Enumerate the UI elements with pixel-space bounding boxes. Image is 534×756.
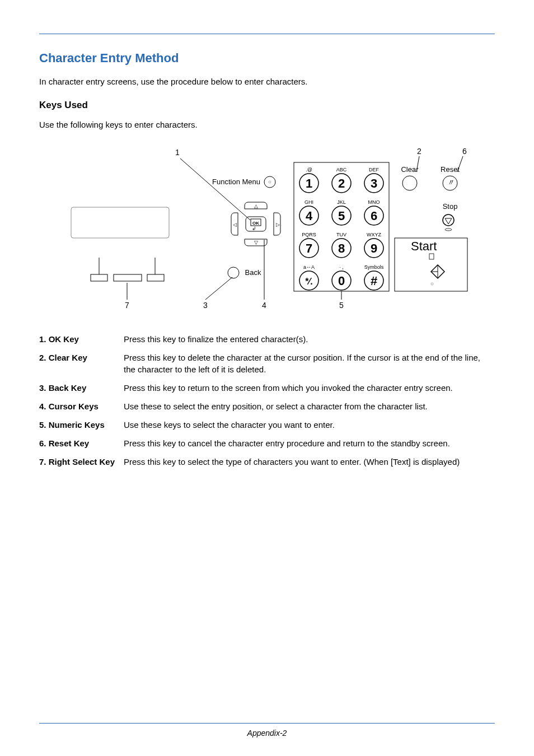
- svg-text:DEF: DEF: [369, 167, 380, 172]
- def-term: 6. Reset Key: [39, 434, 124, 452]
- right-controls: Clear 2 Reset 〃 6 Stop Start: [395, 147, 467, 291]
- def-term: 7. Right Select Key: [39, 452, 124, 471]
- svg-text:#: #: [371, 274, 377, 288]
- svg-rect-3: [114, 274, 142, 281]
- start-label: Start: [411, 239, 437, 253]
- svg-text:9: 9: [371, 241, 377, 255]
- svg-point-63: [445, 228, 452, 231]
- svg-rect-4: [147, 274, 164, 281]
- def-term: 2. Clear Key: [39, 348, 124, 379]
- def-term: 3. Back Key: [39, 379, 124, 397]
- section-title: Character Entry Method: [39, 51, 495, 66]
- svg-text:1: 1: [306, 176, 312, 190]
- svg-text:▷: ▷: [276, 222, 280, 227]
- def-desc: Press this key to delete the character a…: [124, 348, 495, 379]
- svg-rect-65: [429, 254, 434, 259]
- def-desc: Press this key to return to the screen f…: [124, 379, 495, 397]
- subsection-title: Keys Used: [39, 100, 495, 111]
- back-label: Back: [245, 268, 261, 277]
- def-term: 5. Numeric Keys: [39, 416, 124, 434]
- svg-text:TUV: TUV: [336, 232, 346, 237]
- def-desc: Press this key to cancel the character e…: [124, 434, 495, 452]
- svg-text:JKL: JKL: [337, 199, 346, 205]
- function-menu-label: Function Menu: [212, 178, 260, 186]
- svg-line-16: [180, 158, 250, 220]
- svg-point-57: [402, 176, 417, 190]
- callout-5: 5: [339, 301, 344, 310]
- callout-1: 1: [175, 148, 180, 157]
- svg-text:4: 4: [306, 209, 313, 223]
- svg-text:ABC: ABC: [336, 167, 347, 172]
- def-desc: Press this key to finalize the entered c…: [124, 330, 495, 348]
- svg-point-7: [269, 181, 271, 183]
- svg-line-61: [457, 156, 463, 172]
- svg-rect-2: [91, 274, 107, 281]
- key-definitions-table: 1. OK KeyPress this key to finalize the …: [39, 330, 495, 471]
- intro-text: In character entry screens, use the proc…: [39, 76, 495, 87]
- def-desc: Press this key to select the type of cha…: [124, 452, 495, 471]
- svg-text:◁: ◁: [233, 222, 237, 227]
- select-keys: 7: [91, 258, 164, 310]
- svg-text:*⁄.: *⁄.: [305, 277, 312, 286]
- clear-label: Clear: [401, 165, 419, 174]
- svg-text:PQRS: PQRS: [302, 232, 316, 237]
- svg-text:6: 6: [371, 209, 377, 223]
- callout-2: 2: [417, 147, 421, 156]
- def-term: 4. Cursor Keys: [39, 397, 124, 416]
- svg-text:WXYZ: WXYZ: [367, 232, 382, 237]
- keypad-svg: 7 Function Menu △ ▽ ◁: [60, 143, 474, 311]
- svg-text:a↔A: a↔A: [303, 264, 315, 270]
- reset-label: Reset: [441, 165, 460, 174]
- svg-text:▽: ▽: [254, 240, 258, 245]
- svg-text:↲: ↲: [252, 226, 256, 231]
- svg-line-17: [205, 277, 232, 300]
- numeric-keypad: .@ 1 ABC 2 DEF 3 GHI 4 JKL 5 MNO 6 PQRS …: [294, 162, 389, 310]
- def-desc: Use these to select the entry position, …: [124, 397, 495, 416]
- lcd-screen: [71, 207, 169, 238]
- svg-text:3: 3: [371, 176, 377, 190]
- callout-4: 4: [262, 301, 266, 310]
- svg-text:△: △: [254, 203, 258, 209]
- top-rule: [39, 34, 495, 34]
- page-footer: Appendix-2: [0, 723, 534, 738]
- svg-text:7: 7: [306, 241, 312, 255]
- svg-text:5: 5: [338, 209, 345, 223]
- footer-text: Appendix-2: [247, 729, 287, 738]
- subsection-text: Use the following keys to enter characte…: [39, 119, 495, 130]
- callout-6: 6: [462, 147, 467, 156]
- callout-7: 7: [125, 301, 129, 310]
- svg-text:8: 8: [338, 241, 345, 255]
- callout-3: 3: [203, 301, 208, 310]
- page: Character Entry Method In character entr…: [0, 0, 534, 756]
- svg-point-15: [228, 267, 239, 278]
- svg-text:0: 0: [338, 274, 345, 288]
- svg-text:Symbols: Symbols: [364, 264, 384, 270]
- keypad-diagram: 7 Function Menu △ ▽ ◁: [39, 143, 495, 313]
- ok-label: OK: [252, 221, 259, 226]
- stop-label: Stop: [443, 202, 458, 211]
- svg-text:· ,: · ,: [339, 264, 344, 270]
- svg-text:MNO: MNO: [368, 199, 380, 205]
- svg-text:GHI: GHI: [305, 199, 313, 205]
- nav-cluster: Function Menu △ ▽ ◁ ▷ OK ↲: [175, 148, 280, 310]
- def-term: 1. OK Key: [39, 330, 124, 348]
- svg-text:〃: 〃: [446, 178, 455, 187]
- def-desc: Use these keys to select the character y…: [124, 416, 495, 434]
- svg-text:2: 2: [338, 176, 345, 190]
- svg-point-66: [431, 283, 433, 285]
- svg-text:.@: .@: [306, 167, 312, 172]
